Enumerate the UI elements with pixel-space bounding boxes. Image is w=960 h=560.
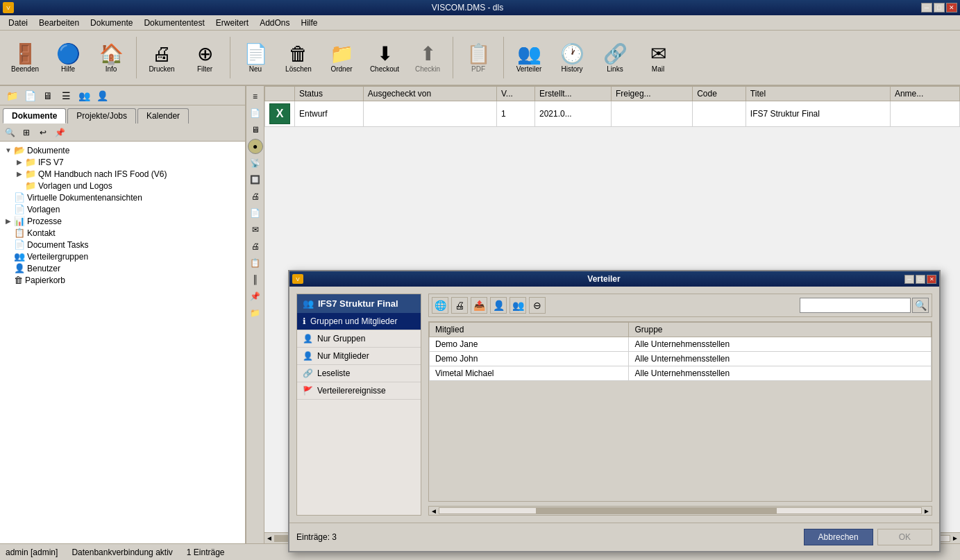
- col-header-freigegeben[interactable]: Freigeg...: [611, 87, 692, 101]
- vert-btn-12[interactable]: ║: [248, 272, 263, 287]
- vert-btn-6[interactable]: 🔲: [248, 172, 263, 187]
- vert-btn-3[interactable]: 🖥: [248, 122, 263, 137]
- menu-dokumente[interactable]: Dokumente: [85, 17, 138, 29]
- tree-item-kontakt[interactable]: 📋 Kontakt: [3, 227, 242, 239]
- col-header-code[interactable]: Code: [693, 87, 746, 101]
- sidebar-icon-pin[interactable]: 📌: [53, 126, 67, 139]
- vert-btn-1[interactable]: ≡: [248, 89, 263, 104]
- modal-hscroll[interactable]: ◄ ►: [428, 506, 932, 516]
- nav-item-gruppen-mitglieder[interactable]: ℹ Gruppen und Mitglieder: [297, 313, 421, 330]
- neu-button[interactable]: 📄 Neu: [235, 33, 276, 82]
- menu-datei[interactable]: Datei: [3, 17, 33, 29]
- modal-search-input[interactable]: [800, 298, 911, 313]
- checkout-button[interactable]: ⬇ Checkout: [364, 33, 405, 82]
- tree-item-benutzer[interactable]: 👤 Benutzer: [3, 262, 242, 274]
- menu-bearbeiten[interactable]: Bearbeiten: [33, 17, 85, 29]
- modal-tb-btn-5[interactable]: 👥: [510, 297, 526, 314]
- tree-item-virtuelle[interactable]: 📄 Virtuelle Dokumentenansichten: [3, 192, 242, 203]
- minimize-btn[interactable]: ─: [921, 3, 932, 12]
- scroll-left-btn[interactable]: ◄: [264, 534, 274, 542]
- drucken-button[interactable]: 🖨 Drucken: [141, 33, 183, 82]
- modal-tb-btn-2[interactable]: 🖨: [451, 297, 468, 314]
- modal-scroll-track[interactable]: [439, 507, 922, 514]
- table-row[interactable]: X Entwurf 1 2021.0... IFS7 Struktur Fina…: [265, 101, 960, 127]
- nav-item-nur-gruppen[interactable]: 👤 Nur Gruppen: [297, 330, 421, 348]
- mail-button[interactable]: ✉ Mail: [637, 33, 679, 82]
- sidebar-btn-doc[interactable]: 📄: [22, 88, 37, 103]
- tree-item-qm[interactable]: ▶ 📁 QM Handbuch nach IFS Food (V6): [14, 168, 242, 180]
- vert-btn-9[interactable]: ✉: [248, 222, 263, 237]
- vert-btn-14[interactable]: 📁: [248, 305, 263, 321]
- modal-minimize-btn[interactable]: ─: [904, 275, 914, 284]
- tab-projekte[interactable]: Projekte/Jobs: [67, 108, 136, 124]
- modal-scroll-left[interactable]: ◄: [429, 507, 439, 515]
- vert-btn-5[interactable]: 📡: [248, 155, 263, 171]
- modal-maximize-btn[interactable]: □: [916, 275, 925, 284]
- modal-tb-btn-6[interactable]: ⊖: [529, 297, 546, 314]
- history-button[interactable]: 🕐 History: [551, 33, 593, 82]
- tree-item-papierkorb[interactable]: 🗑 Papierkorb: [3, 274, 242, 286]
- modal-tb-btn-3[interactable]: 📤: [471, 297, 487, 314]
- tree-item-prozesse[interactable]: ▶ 📊 Prozesse: [3, 215, 242, 227]
- modal-search-btn[interactable]: 🔍: [912, 298, 929, 313]
- ok-button[interactable]: OK: [877, 529, 932, 545]
- vert-btn-7[interactable]: 🖨: [248, 189, 263, 204]
- pdf-button[interactable]: 📋 PDF: [457, 33, 499, 82]
- modal-tb-btn-1[interactable]: 🌐: [432, 297, 448, 314]
- sidebar-icon-expand[interactable]: ⊞: [19, 126, 33, 139]
- menu-hilfe[interactable]: Hilfe: [296, 17, 323, 29]
- vert-btn-2[interactable]: 📄: [248, 105, 263, 121]
- verteiler-button[interactable]: 👥 Verteiler: [508, 33, 550, 82]
- loeschen-button[interactable]: 🗑 Löschen: [278, 33, 319, 82]
- hilfe-button[interactable]: 🔵 Hilfe: [47, 33, 89, 82]
- vert-btn-8[interactable]: 📄: [248, 205, 263, 221]
- sidebar-icon-search[interactable]: 🔍: [3, 126, 17, 139]
- close-btn[interactable]: ✕: [946, 3, 957, 12]
- modal-close-btn[interactable]: ✕: [927, 275, 936, 284]
- tree-item-verteilergruppen[interactable]: 👥 Verteilergruppen: [3, 251, 242, 262]
- modal-scroll-right[interactable]: ►: [922, 507, 932, 515]
- sidebar-btn-user[interactable]: 👤: [94, 88, 110, 103]
- scroll-right-btn[interactable]: ►: [950, 534, 960, 542]
- modal-tb-btn-4[interactable]: 👤: [490, 297, 507, 314]
- col-header-ausgecheckt[interactable]: Ausgecheckt von: [363, 87, 496, 101]
- filter-button[interactable]: ⊕ Filter: [184, 33, 226, 82]
- modal-col-mitglied[interactable]: Mitglied: [430, 323, 629, 337]
- cancel-button[interactable]: Abbrechen: [804, 529, 873, 545]
- tree-item-vorlagen-logos[interactable]: 📁 Vorlagen und Logos: [14, 180, 242, 192]
- modal-table-row[interactable]: Demo Jane Alle Unternehmensstellen: [430, 337, 932, 352]
- col-header-version[interactable]: V...: [496, 87, 534, 101]
- menu-dokumententest[interactable]: Dokumententest: [138, 17, 210, 29]
- vert-btn-10[interactable]: 🖨: [248, 239, 263, 254]
- links-button[interactable]: 🔗 Links: [594, 33, 636, 82]
- tree-item-document-tasks[interactable]: 📄 Document Tasks: [3, 239, 242, 251]
- tree-item-ifs-v7[interactable]: ▶ 📁 IFS V7: [14, 156, 242, 168]
- tree-item-dokumente[interactable]: ▼ 📂 Dokumente: [3, 144, 242, 156]
- vert-btn-13[interactable]: 📌: [248, 289, 263, 304]
- nav-item-nur-mitglieder[interactable]: 👤 Nur Mitglieder: [297, 348, 421, 365]
- menu-addons[interactable]: AddOns: [254, 17, 295, 29]
- modal-col-gruppe[interactable]: Gruppe: [629, 323, 932, 337]
- tab-dokumente[interactable]: Dokumente: [3, 108, 66, 124]
- sidebar-btn-grid[interactable]: 🖥: [40, 88, 56, 103]
- col-header-status[interactable]: Status: [295, 87, 364, 101]
- modal-table-row[interactable]: Vimetal Michael Alle Unternehmensstellen: [430, 366, 932, 381]
- sidebar-icon-nav[interactable]: ↩: [36, 126, 50, 139]
- col-header-icon[interactable]: [265, 87, 295, 101]
- col-header-erstellt[interactable]: Erstellt...: [534, 87, 611, 101]
- sidebar-btn-folder[interactable]: 📁: [4, 88, 19, 103]
- nav-item-verteilerereignisse[interactable]: 🚩 Verteilerereignisse: [297, 382, 421, 400]
- info-button[interactable]: 🏠 Info: [90, 33, 132, 82]
- ordner-button[interactable]: 📁 Ordner: [321, 33, 362, 82]
- col-header-titel[interactable]: Titel: [746, 87, 890, 101]
- nav-item-leseliste[interactable]: 🔗 Leseliste: [297, 365, 421, 382]
- tab-kalender[interactable]: Kalender: [137, 108, 189, 124]
- sidebar-btn-list[interactable]: ☰: [58, 88, 74, 103]
- vert-btn-11[interactable]: 📋: [248, 255, 263, 271]
- col-header-anmerkung[interactable]: Anme...: [890, 87, 959, 101]
- vert-btn-4[interactable]: ●: [248, 139, 263, 154]
- sidebar-btn-group[interactable]: 👥: [76, 88, 92, 103]
- modal-table-row[interactable]: Demo John Alle Unternehmensstellen: [430, 352, 932, 366]
- modal-table-container[interactable]: Mitglied Gruppe Demo Jane Alle Unternehm…: [428, 321, 932, 502]
- tree-item-vorlagen[interactable]: 📄 Vorlagen: [3, 203, 242, 215]
